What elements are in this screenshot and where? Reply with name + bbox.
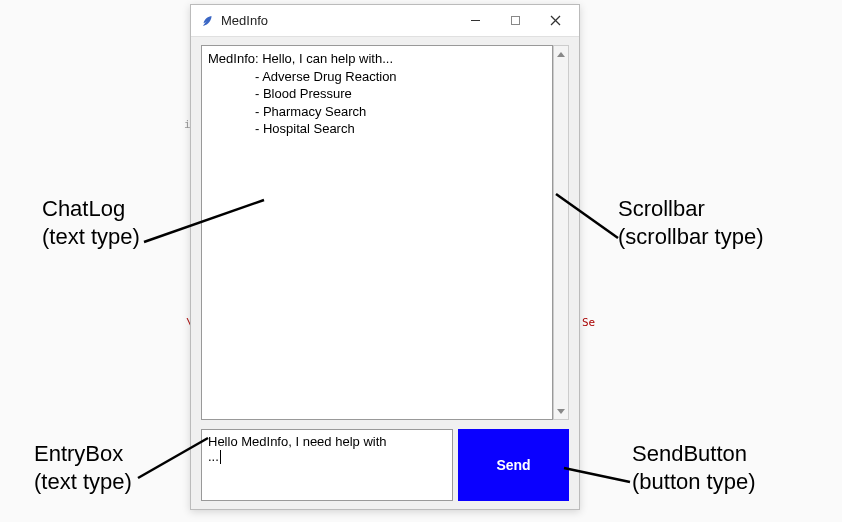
minimize-button[interactable]: [455, 5, 495, 36]
leader-line-icon: [140, 196, 270, 246]
annotation-send-label: SendButton: [632, 441, 747, 466]
annotation-entry-sub: (text type): [34, 468, 132, 496]
leader-line-icon: [560, 464, 640, 488]
send-button[interactable]: Send: [458, 429, 569, 501]
close-icon: [550, 15, 561, 26]
chatlog-item: - Pharmacy Search: [255, 104, 366, 119]
app-feather-icon: [199, 13, 215, 29]
svg-line-8: [138, 438, 208, 478]
bg-artifact: Se: [582, 316, 595, 329]
text-cursor-icon: [220, 450, 221, 464]
svg-marker-5: [557, 409, 565, 414]
annotation-chatlog-label: ChatLog: [42, 196, 125, 221]
svg-rect-1: [511, 17, 519, 25]
leader-line-icon: [134, 434, 214, 486]
app-window: MedInfo MedInfo: Hello, I can help with.…: [190, 4, 580, 510]
chatlog-item: - Adverse Drug Reaction: [255, 69, 397, 84]
annotation-send-sub: (button type): [632, 468, 756, 496]
maximize-button[interactable]: [495, 5, 535, 36]
close-button[interactable]: [535, 5, 575, 36]
chatlog-intro: Hello, I can help with...: [262, 51, 393, 66]
chatlog-message: MedInfo: Hello, I can help with... - Adv…: [208, 50, 546, 138]
chatlog-prefix: MedInfo:: [208, 51, 262, 66]
chatlog-indent: [208, 104, 255, 119]
titlebar: MedInfo: [191, 5, 579, 37]
scrollbar-up-arrow-icon[interactable]: [554, 46, 568, 62]
annotation-entry-label: EntryBox: [34, 441, 123, 466]
annotation-scrollbar-sub: (scrollbar type): [618, 223, 763, 251]
leader-line-icon: [552, 190, 626, 244]
send-button-label: Send: [496, 457, 530, 473]
annotation-entrybox: EntryBox (text type): [34, 440, 132, 495]
annotation-chatlog: ChatLog (text type): [42, 195, 140, 250]
annotation-sendbutton: SendButton (button type): [632, 440, 756, 495]
chatlog-indent: [208, 69, 255, 84]
svg-line-6: [144, 200, 264, 242]
client-area: MedInfo: Hello, I can help with... - Adv…: [191, 37, 579, 509]
svg-line-9: [564, 468, 630, 482]
chatlog-indent: [208, 86, 255, 101]
chatlog-item: - Hospital Search: [255, 121, 355, 136]
svg-line-7: [556, 194, 618, 238]
scrollbar-down-arrow-icon[interactable]: [554, 403, 568, 419]
chatlog-indent: [208, 121, 255, 136]
minimize-icon: [470, 15, 481, 26]
maximize-icon: [510, 15, 521, 26]
entry-box[interactable]: Hello MedInfo, I need help with ...: [201, 429, 453, 501]
annotation-scrollbar: Scrollbar (scrollbar type): [618, 195, 763, 250]
entry-line1: Hello MedInfo, I need help with: [208, 434, 446, 449]
svg-marker-4: [557, 52, 565, 57]
window-title: MedInfo: [221, 13, 455, 28]
chatlog-item: - Blood Pressure: [255, 86, 352, 101]
annotation-chatlog-sub: (text type): [42, 223, 140, 251]
annotation-scrollbar-label: Scrollbar: [618, 196, 705, 221]
